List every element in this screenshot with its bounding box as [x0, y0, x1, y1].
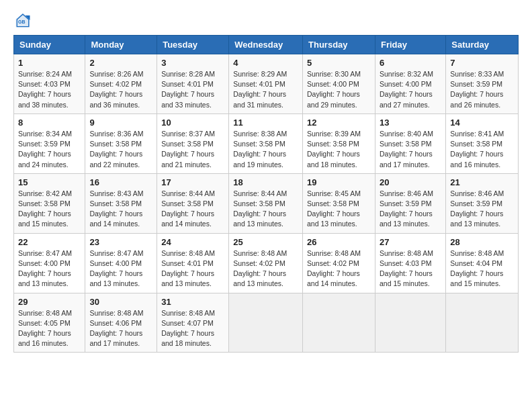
header-row: SundayMondayTuesdayWednesdayThursdayFrid…: [14, 36, 519, 54]
day-number: 24: [161, 237, 224, 247]
day-detail: Sunrise: 8:46 AM Sunset: 3:59 PM Dayligh…: [380, 189, 441, 230]
day-number: 31: [161, 297, 224, 307]
day-cell: 5 Sunrise: 8:30 AM Sunset: 4:00 PM Dayli…: [303, 54, 375, 114]
day-number: 20: [380, 177, 441, 187]
day-number: 15: [18, 177, 81, 187]
header-day-friday: Friday: [375, 36, 445, 54]
day-cell: 15 Sunrise: 8:42 AM Sunset: 3:58 PM Dayl…: [14, 173, 85, 233]
day-cell: 28 Sunrise: 8:48 AM Sunset: 4:04 PM Dayl…: [446, 233, 519, 293]
day-detail: Sunrise: 8:39 AM Sunset: 3:58 PM Dayligh…: [307, 129, 371, 170]
day-cell: 14 Sunrise: 8:41 AM Sunset: 3:58 PM Dayl…: [446, 113, 519, 173]
day-cell: 3 Sunrise: 8:28 AM Sunset: 4:01 PM Dayli…: [157, 54, 229, 114]
svg-text:GB: GB: [18, 19, 26, 24]
day-number: 17: [161, 177, 224, 187]
day-cell: 31 Sunrise: 8:48 AM Sunset: 4:07 PM Dayl…: [157, 293, 229, 353]
day-detail: Sunrise: 8:48 AM Sunset: 4:04 PM Dayligh…: [450, 248, 514, 289]
week-row-5: 29 Sunrise: 8:48 AM Sunset: 4:05 PM Dayl…: [14, 293, 519, 353]
day-cell: 12 Sunrise: 8:39 AM Sunset: 3:58 PM Dayl…: [303, 113, 375, 173]
day-detail: Sunrise: 8:34 AM Sunset: 3:59 PM Dayligh…: [18, 129, 81, 170]
day-number: 10: [161, 118, 224, 128]
day-number: 5: [307, 58, 371, 68]
day-number: 27: [380, 237, 441, 247]
day-number: 8: [18, 118, 81, 128]
page: GB SundayMondayTuesdayWednesdayThursdayF…: [0, 0, 532, 411]
day-number: 2: [89, 58, 152, 68]
day-number: 29: [18, 297, 81, 307]
day-detail: Sunrise: 8:48 AM Sunset: 4:01 PM Dayligh…: [161, 248, 224, 289]
day-detail: Sunrise: 8:45 AM Sunset: 3:58 PM Dayligh…: [307, 189, 371, 230]
header-day-monday: Monday: [85, 36, 157, 54]
day-cell: 23 Sunrise: 8:47 AM Sunset: 4:00 PM Dayl…: [85, 233, 157, 293]
day-cell: 29 Sunrise: 8:48 AM Sunset: 4:05 PM Dayl…: [14, 293, 85, 353]
day-cell: 2 Sunrise: 8:26 AM Sunset: 4:02 PM Dayli…: [85, 54, 157, 114]
day-number: 28: [450, 237, 514, 247]
logo-icon: GB: [13, 11, 32, 30]
day-number: 19: [307, 177, 371, 187]
week-row-1: 1 Sunrise: 8:24 AM Sunset: 4:03 PM Dayli…: [14, 54, 519, 114]
day-number: 18: [233, 177, 298, 187]
day-number: 14: [450, 118, 514, 128]
day-cell: 25 Sunrise: 8:48 AM Sunset: 4:02 PM Dayl…: [229, 233, 303, 293]
day-cell: 19 Sunrise: 8:45 AM Sunset: 3:58 PM Dayl…: [303, 173, 375, 233]
day-detail: Sunrise: 8:48 AM Sunset: 4:06 PM Dayligh…: [89, 308, 152, 349]
day-detail: Sunrise: 8:33 AM Sunset: 3:59 PM Dayligh…: [450, 69, 514, 110]
day-cell: 16 Sunrise: 8:43 AM Sunset: 3:58 PM Dayl…: [85, 173, 157, 233]
day-detail: Sunrise: 8:48 AM Sunset: 4:03 PM Dayligh…: [380, 248, 441, 289]
day-cell: 6 Sunrise: 8:32 AM Sunset: 4:00 PM Dayli…: [375, 54, 445, 114]
day-cell: 7 Sunrise: 8:33 AM Sunset: 3:59 PM Dayli…: [446, 54, 519, 114]
week-row-4: 22 Sunrise: 8:47 AM Sunset: 4:00 PM Dayl…: [14, 233, 519, 293]
calendar-header: SundayMondayTuesdayWednesdayThursdayFrid…: [14, 36, 519, 54]
day-cell: 11 Sunrise: 8:38 AM Sunset: 3:58 PM Dayl…: [229, 113, 303, 173]
day-number: 11: [233, 118, 298, 128]
day-cell: 9 Sunrise: 8:36 AM Sunset: 3:58 PM Dayli…: [85, 113, 157, 173]
day-number: 25: [233, 237, 298, 247]
day-cell: 17 Sunrise: 8:44 AM Sunset: 3:58 PM Dayl…: [157, 173, 229, 233]
day-cell: 22 Sunrise: 8:47 AM Sunset: 4:00 PM Dayl…: [14, 233, 85, 293]
header-day-tuesday: Tuesday: [157, 36, 229, 54]
day-cell: 10 Sunrise: 8:37 AM Sunset: 3:58 PM Dayl…: [157, 113, 229, 173]
day-detail: Sunrise: 8:47 AM Sunset: 4:00 PM Dayligh…: [89, 248, 152, 289]
day-detail: Sunrise: 8:48 AM Sunset: 4:05 PM Dayligh…: [18, 308, 81, 349]
day-detail: Sunrise: 8:32 AM Sunset: 4:00 PM Dayligh…: [380, 69, 441, 110]
calendar-table: SundayMondayTuesdayWednesdayThursdayFrid…: [13, 35, 519, 353]
day-cell: 8 Sunrise: 8:34 AM Sunset: 3:59 PM Dayli…: [14, 113, 85, 173]
header-day-thursday: Thursday: [303, 36, 375, 54]
day-cell: 30 Sunrise: 8:48 AM Sunset: 4:06 PM Dayl…: [85, 293, 157, 353]
day-number: 21: [450, 177, 514, 187]
day-cell: 1 Sunrise: 8:24 AM Sunset: 4:03 PM Dayli…: [14, 54, 85, 114]
header-day-wednesday: Wednesday: [229, 36, 303, 54]
day-detail: Sunrise: 8:30 AM Sunset: 4:00 PM Dayligh…: [307, 69, 371, 110]
day-cell: [446, 293, 519, 353]
day-cell: 26 Sunrise: 8:48 AM Sunset: 4:02 PM Dayl…: [303, 233, 375, 293]
week-row-3: 15 Sunrise: 8:42 AM Sunset: 3:58 PM Dayl…: [14, 173, 519, 233]
header-day-sunday: Sunday: [14, 36, 85, 54]
day-detail: Sunrise: 8:44 AM Sunset: 3:58 PM Dayligh…: [161, 189, 224, 230]
day-detail: Sunrise: 8:44 AM Sunset: 3:58 PM Dayligh…: [233, 189, 298, 230]
calendar-body: 1 Sunrise: 8:24 AM Sunset: 4:03 PM Dayli…: [14, 54, 519, 353]
day-number: 23: [89, 237, 152, 247]
week-row-2: 8 Sunrise: 8:34 AM Sunset: 3:59 PM Dayli…: [14, 113, 519, 173]
day-number: 4: [233, 58, 298, 68]
day-cell: [229, 293, 303, 353]
day-detail: Sunrise: 8:43 AM Sunset: 3:58 PM Dayligh…: [89, 189, 152, 230]
day-cell: [303, 293, 375, 353]
day-detail: Sunrise: 8:48 AM Sunset: 4:02 PM Dayligh…: [307, 248, 371, 289]
day-number: 3: [161, 58, 224, 68]
logo: GB: [13, 11, 35, 30]
day-number: 26: [307, 237, 371, 247]
day-detail: Sunrise: 8:46 AM Sunset: 3:59 PM Dayligh…: [450, 189, 514, 230]
day-detail: Sunrise: 8:48 AM Sunset: 4:02 PM Dayligh…: [233, 248, 298, 289]
day-number: 16: [89, 177, 152, 187]
day-detail: Sunrise: 8:48 AM Sunset: 4:07 PM Dayligh…: [161, 308, 224, 349]
day-detail: Sunrise: 8:29 AM Sunset: 4:01 PM Dayligh…: [233, 69, 298, 110]
day-detail: Sunrise: 8:24 AM Sunset: 4:03 PM Dayligh…: [18, 69, 81, 110]
day-cell: 13 Sunrise: 8:40 AM Sunset: 3:58 PM Dayl…: [375, 113, 445, 173]
header: GB: [13, 11, 519, 30]
day-cell: 24 Sunrise: 8:48 AM Sunset: 4:01 PM Dayl…: [157, 233, 229, 293]
day-detail: Sunrise: 8:47 AM Sunset: 4:00 PM Dayligh…: [18, 248, 81, 289]
day-number: 6: [380, 58, 441, 68]
day-detail: Sunrise: 8:42 AM Sunset: 3:58 PM Dayligh…: [18, 189, 81, 230]
day-number: 7: [450, 58, 514, 68]
day-detail: Sunrise: 8:37 AM Sunset: 3:58 PM Dayligh…: [161, 129, 224, 170]
header-day-saturday: Saturday: [446, 36, 519, 54]
